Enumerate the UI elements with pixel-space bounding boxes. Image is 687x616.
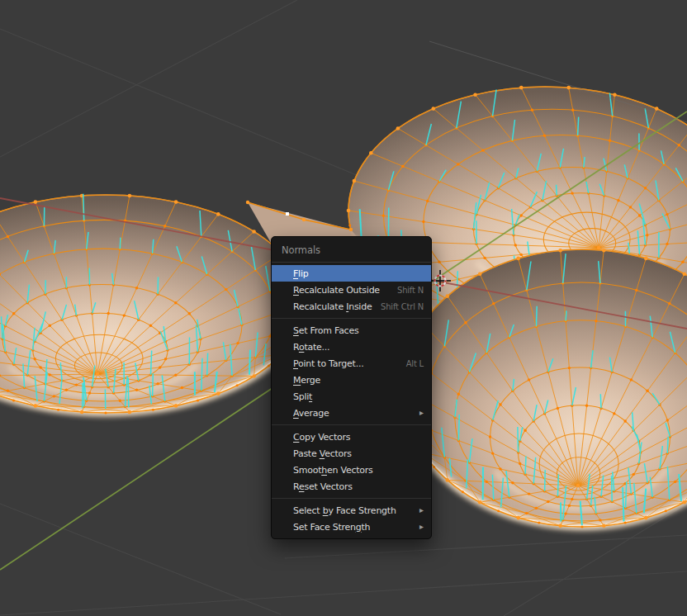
menu-item-point-to-target[interactable]: Point to Target...Alt L	[272, 355, 431, 372]
menu-separator	[272, 424, 431, 425]
menu-item-rotate[interactable]: Rotate...	[272, 339, 431, 355]
normals-context-menu: Normals FlipRecalculate OutsideShift NRe…	[271, 236, 432, 539]
menu-item-label: Rotate...	[293, 342, 329, 353]
menu-title: Normals	[272, 237, 431, 262]
menu-item-split[interactable]: Split	[272, 388, 431, 405]
submenu-arrow-icon: ▸	[419, 506, 424, 514]
menu-item-merge[interactable]: Merge	[272, 372, 431, 388]
menu-item-label: Smoothen Vectors	[293, 465, 373, 476]
menu-item-label: Recalculate Outside	[293, 285, 380, 296]
menu-item-label: Select by Face Strength	[293, 505, 396, 516]
menu-item-label: Average	[293, 408, 329, 419]
menu-item-list: FlipRecalculate OutsideShift NRecalculat…	[272, 263, 431, 538]
menu-item-shortcut: Shift N	[393, 286, 424, 295]
submenu-arrow-icon: ▸	[419, 523, 424, 531]
blender-viewport[interactable]: Normals FlipRecalculate OutsideShift NRe…	[0, 0, 687, 616]
menu-item-reset-vectors[interactable]: Reset Vectors	[272, 478, 431, 495]
menu-item-recalculate-inside[interactable]: Recalculate InsideShift Ctrl N	[272, 298, 431, 315]
menu-item-label: Split	[293, 391, 312, 402]
menu-item-flip[interactable]: Flip	[272, 265, 431, 282]
menu-item-recalculate-outside[interactable]: Recalculate OutsideShift N	[272, 282, 431, 298]
menu-item-shortcut: Shift Ctrl N	[377, 302, 424, 311]
menu-item-set-from-faces[interactable]: Set From Faces	[272, 322, 431, 339]
menu-item-average[interactable]: Average▸	[272, 405, 431, 421]
menu-item-label: Set From Faces	[293, 325, 358, 336]
menu-item-label: Flip	[293, 268, 308, 279]
menu-item-label: Paste Vectors	[293, 448, 352, 459]
menu-item-smoothen-vectors[interactable]: Smoothen Vectors	[272, 462, 431, 478]
menu-item-label: Set Face Strength	[293, 522, 370, 533]
menu-item-label: Reset Vectors	[293, 481, 353, 492]
menu-item-label: Point to Target...	[293, 358, 363, 369]
menu-item-paste-vectors[interactable]: Paste Vectors	[272, 445, 431, 462]
menu-item-label: Recalculate Inside	[293, 301, 372, 312]
menu-item-label: Copy Vectors	[293, 432, 350, 443]
submenu-arrow-icon: ▸	[419, 409, 424, 417]
menu-item-select-by-face-strength[interactable]: Select by Face Strength▸	[272, 502, 431, 519]
menu-item-set-face-strength[interactable]: Set Face Strength▸	[272, 519, 431, 535]
active-vertex	[286, 212, 289, 216]
menu-item-shortcut: Alt L	[402, 359, 424, 368]
menu-separator	[272, 318, 431, 319]
menu-item-label: Merge	[293, 375, 320, 386]
menu-item-copy-vectors[interactable]: Copy Vectors	[272, 429, 431, 445]
menu-separator	[272, 498, 431, 499]
